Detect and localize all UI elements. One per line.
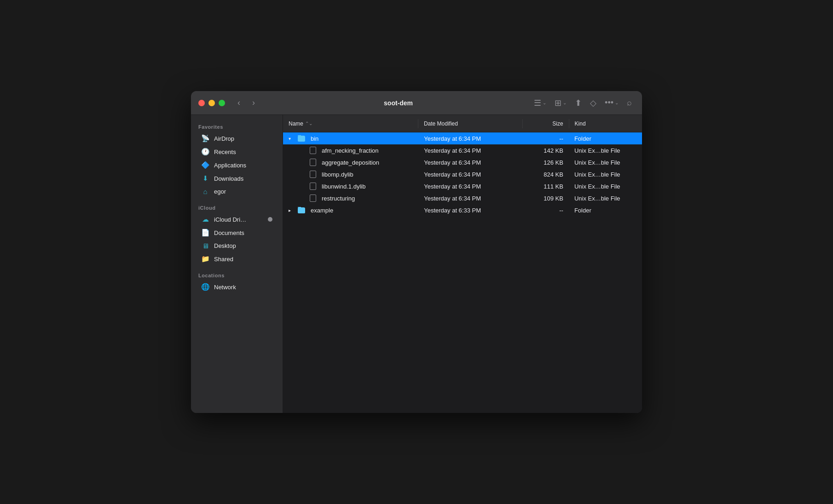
folder-icon-example [298, 207, 305, 213]
column-date-label: Date Modified [424, 120, 458, 127]
sidebar-item-desktop[interactable]: 🖥 Desktop [194, 240, 280, 252]
file-icon-aggregate [310, 159, 316, 166]
tag-icon: ◇ [590, 98, 596, 108]
column-size-label: Size [552, 120, 563, 127]
traffic-lights [198, 100, 225, 106]
sidebar-item-home[interactable]: ⌂ egor [194, 185, 280, 198]
file-date-aggregate: Yesterday at 6:34 PM [418, 159, 523, 166]
icloud-section-label: iCloud [191, 201, 283, 212]
column-header-date[interactable]: Date Modified [418, 120, 522, 127]
share-button[interactable]: ⬆ [572, 96, 584, 110]
sidebar-item-icloud-drive[interactable]: ☁ iCloud Dri… [194, 213, 280, 226]
share-icon: ⬆ [575, 98, 582, 108]
file-size-bin: -- [523, 135, 569, 142]
column-header-name[interactable]: Name ⌃⌄ [283, 120, 418, 127]
file-name-bin: bin [311, 135, 318, 142]
window-title: soot-dem [266, 99, 531, 107]
document-icon: 📄 [201, 229, 209, 237]
file-row-restructuring[interactable]: restructuring Yesterday at 6:34 PM 109 K… [283, 192, 642, 204]
file-row-libomp[interactable]: libomp.dylib Yesterday at 6:34 PM 824 KB… [283, 168, 642, 180]
more-icon: ••• [605, 98, 613, 108]
column-name-label: Name [289, 120, 303, 127]
search-icon: ⌕ [627, 98, 632, 108]
empty-space [283, 216, 642, 308]
sidebar-item-recents[interactable]: 🕐 Recents [194, 145, 280, 158]
sidebar-item-label-network: Network [214, 284, 236, 291]
file-date-bin: Yesterday at 6:34 PM [418, 135, 523, 142]
sidebar-item-label-shared: Shared [214, 256, 233, 263]
file-icon-restructuring [310, 195, 316, 202]
file-row-example[interactable]: example Yesterday at 6:33 PM -- Folder [283, 204, 642, 216]
tag-button[interactable]: ◇ [587, 96, 599, 110]
file-date-restructuring: Yesterday at 6:34 PM [418, 195, 523, 202]
list-view-chevron: ⌄ [543, 100, 546, 105]
more-chevron: ⌄ [615, 100, 619, 105]
close-button[interactable] [198, 100, 205, 106]
sidebar-item-label-desktop: Desktop [214, 242, 236, 249]
forward-button[interactable]: › [247, 97, 260, 109]
file-row-afm[interactable]: afm_necking_fraction Yesterday at 6:34 P… [283, 144, 642, 156]
favorites-section-label: Favorites [191, 120, 283, 132]
file-size-afm: 142 KB [523, 147, 569, 154]
file-row-aggregate[interactable]: aggregate_deposition Yesterday at 6:34 P… [283, 156, 642, 168]
file-row-libunwind[interactable]: libunwind.1.dylib Yesterday at 6:34 PM 1… [283, 180, 642, 192]
sidebar: Favorites 📡 AirDrop 🕐 Recents 🔷 Applicat… [191, 115, 283, 413]
disclosure-example[interactable] [289, 208, 294, 213]
sidebar-item-label-documents: Documents [214, 229, 244, 236]
sidebar-item-shared[interactable]: 📁 Shared [194, 252, 280, 265]
file-date-example: Yesterday at 6:33 PM [418, 207, 523, 214]
icloud-icon: ☁ [201, 215, 209, 223]
shared-icon: 📁 [201, 255, 209, 263]
sidebar-item-network[interactable]: 🌐 Network [194, 281, 280, 293]
sidebar-item-airdrop[interactable]: 📡 AirDrop [194, 132, 280, 145]
nav-buttons: ‹ › [232, 97, 260, 109]
file-kind-libunwind: Unix Ex…ble File [569, 183, 642, 190]
sidebar-item-label-icloud: iCloud Dri… [214, 216, 246, 223]
minimize-button[interactable] [208, 100, 215, 106]
list-view-button[interactable]: ☰ ⌄ [531, 96, 549, 110]
file-name-afm: afm_necking_fraction [322, 147, 379, 154]
file-name-restructuring: restructuring [322, 195, 355, 202]
column-headers: Name ⌃⌄ Date Modified Size Kind [283, 115, 642, 132]
sidebar-item-documents[interactable]: 📄 Documents [194, 226, 280, 239]
file-list: bin Yesterday at 6:34 PM -- Folder afm_n… [283, 132, 642, 413]
column-header-kind[interactable]: Kind [569, 120, 642, 127]
main-content: Name ⌃⌄ Date Modified Size Kind [283, 115, 642, 413]
file-icon-libomp [310, 171, 316, 178]
airdrop-icon: 📡 [201, 134, 209, 143]
sort-arrow-icon: ⌃⌄ [305, 121, 312, 126]
sidebar-item-label-airdrop: AirDrop [214, 135, 234, 142]
file-kind-libomp: Unix Ex…ble File [569, 171, 642, 178]
applications-icon: 🔷 [201, 161, 209, 169]
titlebar: ‹ › soot-dem ☰ ⌄ ⊞ ⌄ ⬆ ◇ ••• ⌄ [191, 91, 642, 115]
sidebar-item-label-downloads: Downloads [214, 175, 243, 182]
sidebar-item-label-egor: egor [214, 188, 226, 195]
sidebar-item-label-applications: Applications [214, 162, 246, 169]
column-header-size[interactable]: Size [523, 120, 569, 127]
file-size-example: -- [523, 207, 569, 214]
disclosure-bin[interactable] [289, 136, 294, 141]
sidebar-item-downloads[interactable]: ⬇ Downloads [194, 172, 280, 185]
grid-view-icon: ⊞ [555, 98, 561, 108]
sidebar-item-applications[interactable]: 🔷 Applications [194, 159, 280, 172]
more-button[interactable]: ••• ⌄ [602, 96, 621, 109]
folder-icon-bin [298, 136, 305, 142]
back-button[interactable]: ‹ [232, 97, 245, 109]
maximize-button[interactable] [219, 100, 225, 106]
content-area: Favorites 📡 AirDrop 🕐 Recents 🔷 Applicat… [191, 115, 642, 413]
file-kind-bin: Folder [569, 135, 642, 142]
file-kind-restructuring: Unix Ex…ble File [569, 195, 642, 202]
file-icon-afm [310, 147, 316, 154]
grid-view-button[interactable]: ⊞ ⌄ [552, 96, 569, 110]
file-icon-libunwind [310, 183, 316, 190]
file-date-afm: Yesterday at 6:34 PM [418, 147, 523, 154]
toolbar-actions: ☰ ⌄ ⊞ ⌄ ⬆ ◇ ••• ⌄ ⌕ [531, 96, 635, 110]
icloud-sync-dot [268, 217, 272, 222]
file-kind-example: Folder [569, 207, 642, 214]
file-row-bin[interactable]: bin Yesterday at 6:34 PM -- Folder [283, 132, 642, 144]
file-name-libunwind: libunwind.1.dylib [322, 183, 365, 190]
file-size-aggregate: 126 KB [523, 159, 569, 166]
grid-view-chevron: ⌄ [563, 100, 567, 105]
finder-window: ‹ › soot-dem ☰ ⌄ ⊞ ⌄ ⬆ ◇ ••• ⌄ [191, 91, 642, 413]
search-button[interactable]: ⌕ [624, 96, 635, 109]
